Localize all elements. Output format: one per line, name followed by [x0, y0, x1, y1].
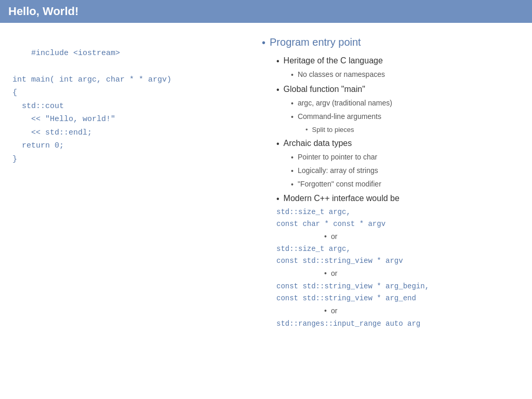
- right-panel: • Program entry point • Heritage of the …: [249, 23, 532, 399]
- bullet-marker: •: [324, 231, 327, 243]
- list-item: • Archaic data types: [276, 136, 520, 151]
- bullet-marker: •: [324, 268, 327, 280]
- bullet-marker: •: [291, 69, 294, 82]
- list-item: • Command-line arguments: [291, 111, 520, 124]
- bullet-marker: •: [291, 179, 294, 191]
- list-item: • Split to pieces: [305, 124, 520, 136]
- item-text: "Forgotten" const modifier: [298, 178, 381, 191]
- bullet-marker: •: [291, 165, 294, 178]
- code-line: const std::string_view * arg_begin,: [276, 281, 520, 292]
- or-item: • or: [324, 305, 520, 317]
- bullet-marker: •: [291, 98, 294, 110]
- item-text: Split to pieces: [312, 124, 354, 136]
- heading-bullet: • Program entry point: [262, 33, 520, 51]
- item-text: Modern C++ interface would be: [284, 191, 400, 205]
- heading-bullet-marker: •: [262, 34, 265, 51]
- list-item: • No classes or namespaces: [291, 69, 520, 82]
- bullet-marker: •: [324, 305, 327, 317]
- bullet-marker: •: [276, 54, 280, 68]
- code-line: std::size_t argc,: [276, 244, 520, 255]
- list-item: • "Forgotten" const modifier: [291, 178, 520, 191]
- list-item: • argc, argv (traditional names): [291, 97, 520, 110]
- code-line: const std::string_view * arg_end: [276, 293, 520, 304]
- code-line: const char * const * argv: [276, 219, 520, 230]
- item-text: Heritage of the C language: [284, 54, 383, 68]
- bullet-marker: •: [276, 83, 280, 97]
- list-item: • Pointer to pointer to char: [291, 151, 520, 164]
- list-item: • Global function "main": [276, 82, 520, 97]
- bullet-marker: •: [291, 152, 294, 164]
- code-line: std::size_t argc,: [276, 207, 520, 218]
- item-text: argc, argv (traditional names): [298, 97, 392, 110]
- list-item: • Logically: array of strings: [291, 165, 520, 178]
- title-text: Hello, World!: [8, 5, 78, 18]
- list-item: • Heritage of the C language: [276, 54, 520, 68]
- or-text: or: [331, 231, 337, 243]
- or-item: • or: [324, 231, 520, 243]
- bullet-marker: •: [276, 137, 280, 151]
- list-item: • Modern C++ interface would be: [276, 191, 520, 206]
- main-content: #include <iostream> int main( int argc, …: [0, 23, 532, 399]
- item-text: Pointer to pointer to char: [298, 151, 377, 164]
- code-line: const std::string_view * argv: [276, 256, 520, 267]
- code-block: #include <iostream> int main( int argc, …: [12, 49, 171, 164]
- title-bar: Hello, World!: [0, 0, 532, 23]
- item-text: Command-line arguments: [298, 111, 381, 123]
- or-text: or: [331, 268, 337, 280]
- bullet-marker: •: [291, 111, 294, 124]
- bullet-marker: •: [276, 192, 280, 206]
- left-panel: #include <iostream> int main( int argc, …: [0, 23, 249, 399]
- item-text: Global function "main": [284, 82, 365, 96]
- heading-text: Program entry point: [270, 33, 361, 51]
- or-text: or: [331, 305, 337, 317]
- item-text: Archaic data types: [284, 136, 352, 150]
- code-line: std::ranges::input_range auto arg: [276, 318, 520, 329]
- item-text: Logically: array of strings: [298, 165, 378, 177]
- item-text: No classes or namespaces: [298, 69, 385, 81]
- or-item: • or: [324, 268, 520, 280]
- bullet-marker: •: [305, 124, 308, 136]
